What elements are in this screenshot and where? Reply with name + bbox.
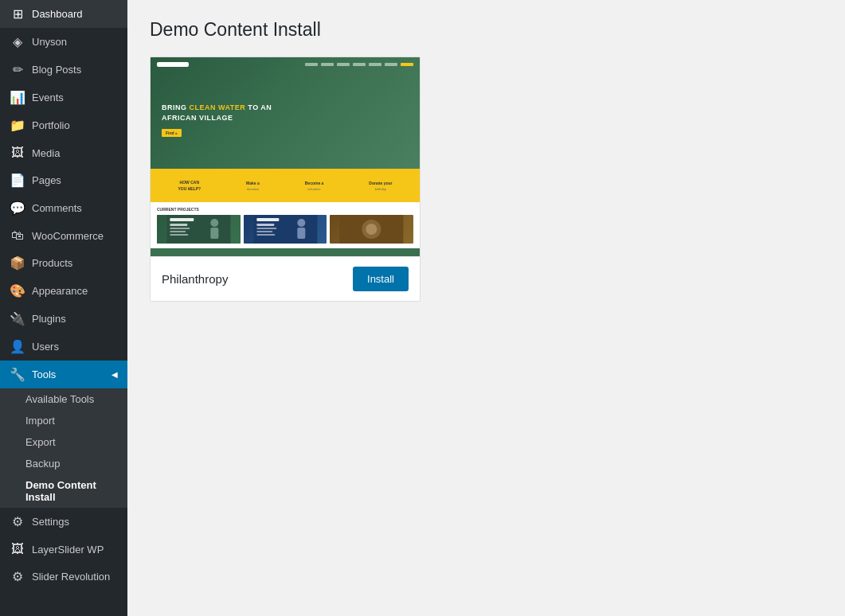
- demo-card-philanthropy: BRING CLEAN WATER TO ANAFRICAN VILLAGE F…: [150, 57, 421, 302]
- sidebar-item-layerslider[interactable]: 🖼 LayerSlider WP: [0, 536, 127, 563]
- sidebar-item-pages[interactable]: 📄 Pages: [0, 166, 127, 194]
- sidebar-item-comments[interactable]: 💬 Comments: [0, 194, 127, 222]
- events-icon: 📊: [10, 90, 25, 105]
- layerslider-icon: 🖼: [10, 542, 25, 556]
- svg-rect-5: [170, 228, 190, 229]
- svg-rect-11: [256, 218, 279, 221]
- preview-yellow-bar: HOW CAN YOU HELP? Make a donation Become…: [151, 169, 420, 202]
- preview-project-card-3: [330, 215, 413, 244]
- unyson-icon: ◈: [10, 34, 25, 49]
- preview-projects-section: CURRENT PROJECTS: [151, 202, 420, 248]
- settings-icon: ⚙: [10, 514, 25, 529]
- svg-rect-12: [256, 224, 274, 226]
- preview-hero-button: Find »: [162, 129, 182, 137]
- slider-revolution-icon: ⚙: [10, 569, 25, 584]
- sidebar-item-woocommerce[interactable]: 🛍 WooCommerce: [0, 222, 127, 249]
- sidebar-item-users[interactable]: 👤 Users: [0, 333, 127, 361]
- woocommerce-icon: 🛍: [10, 228, 25, 243]
- svg-rect-4: [170, 224, 187, 226]
- submenu-backup[interactable]: Backup: [0, 453, 127, 474]
- page-title: Demo Content Install: [150, 19, 823, 41]
- preview-hero-heading: BRING CLEAN WATER TO ANAFRICAN VILLAGE: [162, 103, 409, 123]
- svg-rect-6: [170, 231, 186, 232]
- blog-posts-icon: ✏: [10, 62, 25, 77]
- preview-project-card-2: [244, 215, 327, 244]
- submenu-demo-content-install[interactable]: Demo Content Install: [0, 474, 127, 508]
- preview-nav-links: [305, 63, 413, 66]
- svg-rect-14: [256, 231, 272, 232]
- sidebar-item-tools[interactable]: 🔧 Tools ◀: [0, 361, 127, 388]
- preview-bar-item-donation: Make a donation: [246, 181, 260, 191]
- tools-submenu: Available Tools Import Export Backup Dem…: [0, 388, 127, 508]
- install-button[interactable]: Install: [353, 267, 409, 291]
- sidebar: ⊞ Dashboard ◈ Unyson ✏ Blog Posts 📊 Even…: [0, 0, 127, 616]
- preview-bar-item-volunteer: Become a volunteer: [305, 181, 324, 191]
- main-content: Demo Content Install: [127, 0, 845, 616]
- sidebar-item-products[interactable]: 📦 Products: [0, 249, 127, 277]
- sidebar-item-appearance[interactable]: 🎨 Appearance: [0, 277, 127, 305]
- preview-nav-link-village: [321, 63, 334, 66]
- comments-icon: 💬: [10, 201, 25, 216]
- svg-point-1: [210, 219, 218, 227]
- svg-point-9: [297, 219, 305, 227]
- preview-nav-link-events: [353, 63, 366, 66]
- sidebar-item-events[interactable]: 📊 Events: [0, 84, 127, 111]
- appearance-icon: 🎨: [10, 283, 25, 298]
- svg-rect-13: [256, 228, 276, 229]
- svg-rect-7: [170, 234, 188, 236]
- svg-rect-15: [256, 234, 275, 236]
- products-icon: 📦: [10, 255, 25, 271]
- pages-icon: 📄: [10, 173, 25, 188]
- preview-bar-item-birthday: Donate your birthday: [369, 181, 392, 191]
- portfolio-icon: 📁: [10, 118, 25, 133]
- users-icon: 👤: [10, 339, 25, 354]
- svg-rect-3: [170, 218, 194, 221]
- preview-section-title: CURRENT PROJECTS: [157, 207, 413, 212]
- preview-project-card-1: [157, 215, 241, 244]
- svg-point-18: [366, 224, 378, 235]
- preview-nav: [151, 62, 420, 67]
- preview-hero-text: BRING CLEAN WATER TO ANAFRICAN VILLAGE F…: [162, 88, 409, 137]
- sidebar-item-portfolio[interactable]: 📁 Portfolio: [0, 111, 127, 139]
- plugins-icon: 🔌: [10, 311, 25, 326]
- tools-icon: 🔧: [10, 367, 25, 382]
- preview-bar-item-howcan: HOW CAN YOU HELP?: [178, 180, 201, 191]
- svg-rect-10: [297, 228, 305, 239]
- sidebar-item-dashboard[interactable]: ⊞ Dashboard: [0, 0, 127, 28]
- submenu-export[interactable]: Export: [0, 431, 127, 453]
- preview-nav-link-projects: [337, 63, 350, 66]
- sidebar-item-unyson[interactable]: ◈ Unyson: [0, 28, 127, 56]
- submenu-import[interactable]: Import: [0, 410, 127, 431]
- sidebar-item-slider-revolution[interactable]: ⚙ Slider Revolution: [0, 563, 127, 591]
- sidebar-item-blog-posts[interactable]: ✏ Blog Posts: [0, 56, 127, 84]
- demo-card-name: Philanthropy: [162, 272, 228, 286]
- preview-nav-link-contact: [385, 63, 397, 66]
- demo-card-preview: BRING CLEAN WATER TO ANAFRICAN VILLAGE F…: [151, 57, 420, 256]
- sidebar-item-plugins[interactable]: 🔌 Plugins: [0, 305, 127, 333]
- svg-rect-2: [210, 228, 218, 239]
- demo-card-footer: Philanthropy Install: [151, 256, 420, 301]
- dashboard-icon: ⊞: [10, 6, 25, 21]
- preview-project-cards: [157, 215, 413, 244]
- preview-nav-logo: [157, 62, 189, 67]
- tools-arrow-icon: ◀: [111, 370, 118, 379]
- sidebar-item-settings[interactable]: ⚙ Settings: [0, 508, 127, 536]
- preview-hero: BRING CLEAN WATER TO ANAFRICAN VILLAGE F…: [151, 57, 420, 169]
- sidebar-item-media[interactable]: 🖼 Media: [0, 139, 127, 166]
- preview-nav-link-donate: [401, 63, 413, 66]
- preview-nav-link-about: [305, 63, 318, 66]
- submenu-available-tools[interactable]: Available Tools: [0, 388, 127, 410]
- preview-nav-link-team: [369, 63, 381, 66]
- media-icon: 🖼: [10, 146, 25, 160]
